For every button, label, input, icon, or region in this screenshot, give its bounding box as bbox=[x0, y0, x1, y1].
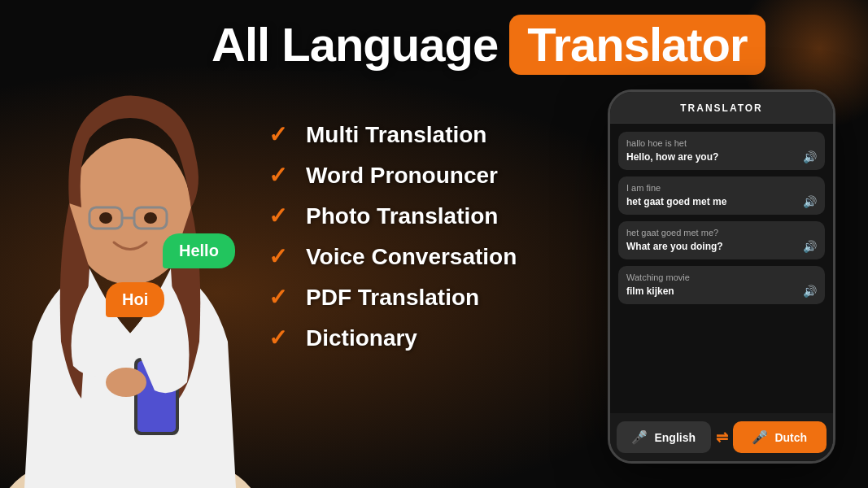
speaker-icon-2[interactable]: 🔊 bbox=[803, 195, 817, 208]
feature-item-4: ✓ Voice Conversation bbox=[268, 244, 517, 270]
chat-bubble-4: Watching movie film kijken 🔊 bbox=[618, 266, 825, 304]
chat-translated-1: Hello, how are you? 🔊 bbox=[626, 150, 817, 163]
chat-bubble-1: hallo hoe is het Hello, how are you? 🔊 bbox=[618, 132, 825, 170]
language-dutch-label: Dutch bbox=[774, 431, 807, 444]
feature-item-3: ✓ Photo Translation bbox=[268, 203, 517, 229]
chat-original-4: Watching movie bbox=[626, 272, 817, 282]
mic-icon-right: 🎤 bbox=[752, 429, 768, 445]
phone-bottom-bar: 🎤 English ⇌ 🎤 Dutch bbox=[610, 413, 833, 461]
feature-item-2: ✓ Word Pronouncer bbox=[268, 163, 517, 189]
swap-languages-icon[interactable]: ⇌ bbox=[716, 429, 728, 447]
phone-header-label: TRANSLATOR bbox=[680, 102, 763, 114]
speaker-icon-3[interactable]: 🔊 bbox=[803, 240, 817, 253]
feature-item-5: ✓ PDF Translation bbox=[268, 285, 517, 311]
speaker-icon-4[interactable]: 🔊 bbox=[803, 285, 817, 298]
person-container bbox=[0, 57, 268, 488]
feature-label-4: Voice Conversation bbox=[306, 244, 517, 270]
bubble-hoi: Hoi bbox=[106, 282, 164, 317]
feature-label-1: Multi Translation bbox=[306, 122, 486, 148]
mic-icon-left: 🎤 bbox=[631, 429, 648, 445]
chat-translated-2: het gaat goed met me 🔊 bbox=[626, 195, 817, 208]
feature-item-6: ✓ Dictionary bbox=[268, 325, 517, 351]
chat-original-2: I am fine bbox=[626, 183, 817, 193]
checkmark-icon-6: ✓ bbox=[268, 327, 293, 350]
chat-original-3: het gaat goed met me? bbox=[626, 228, 817, 237]
bubble-hello: Hello bbox=[163, 233, 235, 268]
chat-translated-4: film kijken 🔊 bbox=[626, 285, 817, 298]
language-english-label: English bbox=[654, 431, 696, 444]
phone-chat-area: hallo hoe is het Hello, how are you? 🔊 I… bbox=[610, 124, 833, 413]
header-translator-badge: Translator bbox=[509, 15, 765, 75]
phone-mockup: TRANSLATOR hallo hoe is het Hello, how a… bbox=[608, 89, 835, 464]
feature-item-1: ✓ Multi Translation bbox=[268, 122, 517, 148]
feature-label-5: PDF Translation bbox=[306, 285, 479, 311]
language-english-button[interactable]: 🎤 English bbox=[617, 421, 711, 453]
header-translator-text: Translator bbox=[527, 18, 747, 71]
checkmark-icon-2: ✓ bbox=[268, 164, 293, 187]
svg-point-6 bbox=[99, 212, 112, 224]
chat-bubble-2: I am fine het gaat goed met me 🔊 bbox=[618, 176, 825, 215]
phone-header: TRANSLATOR bbox=[610, 92, 833, 124]
chat-translated-3: What are you doing? 🔊 bbox=[626, 240, 817, 253]
feature-label-6: Dictionary bbox=[306, 325, 417, 351]
features-list: ✓ Multi Translation ✓ Word Pronouncer ✓ … bbox=[268, 122, 517, 351]
checkmark-icon-1: ✓ bbox=[268, 124, 293, 146]
person-illustration bbox=[0, 57, 268, 488]
feature-label-2: Word Pronouncer bbox=[306, 163, 498, 189]
svg-point-7 bbox=[144, 212, 157, 224]
phone-frame: TRANSLATOR hallo hoe is het Hello, how a… bbox=[608, 89, 835, 464]
language-dutch-button[interactable]: 🎤 Dutch bbox=[733, 421, 827, 453]
checkmark-icon-5: ✓ bbox=[268, 286, 293, 309]
chat-bubble-3: het gaat goed met me? What are you doing… bbox=[618, 221, 825, 259]
speaker-icon-1[interactable]: 🔊 bbox=[803, 150, 817, 163]
feature-label-3: Photo Translation bbox=[306, 203, 498, 229]
svg-point-10 bbox=[106, 368, 146, 397]
header: All Language Translator bbox=[212, 15, 852, 75]
checkmark-icon-4: ✓ bbox=[268, 246, 293, 268]
checkmark-icon-3: ✓ bbox=[268, 205, 293, 228]
chat-original-1: hallo hoe is het bbox=[626, 138, 817, 148]
